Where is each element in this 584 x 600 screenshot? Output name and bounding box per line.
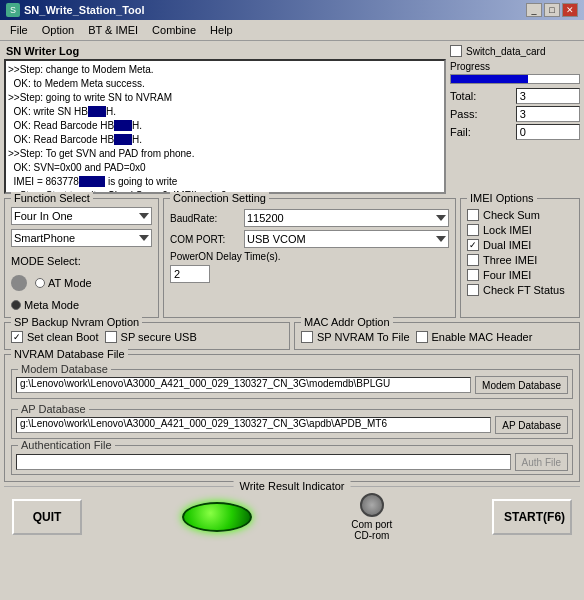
- log-line: >>Step: To get SVN and PAD from phone.: [8, 147, 442, 161]
- smartphone-dropdown[interactable]: SmartPhone: [11, 229, 152, 247]
- power-value-row: 2: [170, 265, 449, 283]
- minimize-button[interactable]: _: [526, 3, 542, 17]
- log-line: OK: SVN=0x00 and PAD=0x0: [8, 161, 442, 175]
- log-box[interactable]: >>Step: change to Modem Meta. OK: to Med…: [4, 59, 446, 194]
- start-button[interactable]: START(F6): [492, 499, 572, 535]
- connection-setting-title: Connection Setting: [170, 192, 269, 204]
- dropdown-arrow-icon: [436, 215, 446, 221]
- check-sum-row: Check Sum: [467, 209, 573, 221]
- total-value: 3: [516, 88, 580, 104]
- write-result-title: Write Result Indicator: [234, 480, 351, 492]
- dual-imei-checkbox[interactable]: [467, 239, 479, 251]
- row-panels-top: Function Select Four In One SmartPhone M…: [4, 198, 580, 318]
- lock-imei-checkbox[interactable]: [467, 224, 479, 236]
- modem-db-label: Modem Database: [18, 363, 111, 375]
- modem-db-path: g:\Lenovo\work\Lenovo\A3000_A421_000_029…: [16, 377, 471, 393]
- log-line: OK: to Medem Meta success.: [8, 77, 442, 91]
- dropdown-arrow-icon: [139, 235, 149, 241]
- ap-db-path: g:\Lenovo\work\Lenovo\A3000_A421_000_029…: [16, 417, 491, 433]
- log-line: IMEI = 863778 is going to write: [8, 175, 442, 189]
- maximize-button[interactable]: □: [544, 3, 560, 17]
- quit-button[interactable]: QUIT: [12, 499, 82, 535]
- stats-panel: Switch_data_card Progress Total: 3 Pass:…: [450, 45, 580, 194]
- sp-secure-usb-checkbox[interactable]: [105, 331, 117, 343]
- log-line: >>Step: change to Modem Meta.: [8, 63, 442, 77]
- four-in-one-dropdown[interactable]: Four In One: [11, 207, 152, 225]
- com-cd-column: Com port CD-rom: [351, 493, 392, 541]
- four-imei-checkbox[interactable]: [467, 269, 479, 281]
- log-line: OK: Read Barcode HB H.: [8, 133, 442, 147]
- modem-db-button[interactable]: Modem Database: [475, 376, 568, 394]
- sp-secure-usb-row: SP secure USB: [105, 331, 197, 343]
- write-result-indicator: [182, 502, 252, 532]
- menu-file[interactable]: File: [4, 22, 34, 38]
- ap-db-label: AP Database: [18, 403, 89, 415]
- check-ft-checkbox[interactable]: [467, 284, 479, 296]
- sp-nvram-row: SP NVRAM To File: [301, 331, 410, 343]
- menu-option[interactable]: Option: [36, 22, 80, 38]
- baud-dropdown[interactable]: 115200: [244, 209, 449, 227]
- at-mode-radio[interactable]: AT Mode: [35, 277, 92, 289]
- dual-imei-row: Dual IMEI: [467, 239, 573, 251]
- mode-icon: [11, 275, 27, 291]
- power-spinbox[interactable]: 2: [170, 265, 210, 283]
- switch-row: Switch_data_card: [450, 45, 580, 57]
- com-port-icon: [360, 493, 384, 517]
- log-line: OK: Read Barcode HB H.: [8, 119, 442, 133]
- connection-inner: BaudRate: 115200 COM PORT: USB VCOM Powe…: [170, 209, 449, 283]
- app-icon: S: [6, 3, 20, 17]
- window-title: SN_Write_Station_Tool: [24, 4, 145, 16]
- log-panel: SN Writer Log >>Step: change to Modem Me…: [4, 45, 446, 194]
- meta-mode-radio[interactable]: Meta Mode: [11, 299, 79, 311]
- log-line: OK: write SN HB H.: [8, 105, 442, 119]
- fail-label: Fail:: [450, 126, 512, 138]
- enable-mac-checkbox[interactable]: [416, 331, 428, 343]
- sp-mac-row: SP Backup Nvram Option Set clean Boot SP…: [4, 322, 580, 350]
- bottom-sections: Function Select Four In One SmartPhone M…: [0, 198, 584, 547]
- baud-label: BaudRate:: [170, 213, 240, 224]
- mode-row: MODE Select:: [11, 255, 152, 267]
- check-sum-checkbox[interactable]: [467, 209, 479, 221]
- three-imei-checkbox[interactable]: [467, 254, 479, 266]
- nvram-section: NVRAM Database File Modem Database g:\Le…: [4, 354, 580, 482]
- radio-circle-at: [35, 278, 45, 288]
- ap-db-button[interactable]: AP Database: [495, 416, 568, 434]
- title-bar: S SN_Write_Station_Tool _ □ ✕: [0, 0, 584, 20]
- set-clean-boot-row: Set clean Boot: [11, 331, 99, 343]
- auth-row: Auth File: [16, 453, 568, 471]
- mode-options: AT Mode: [11, 275, 152, 291]
- menu-combine[interactable]: Combine: [146, 22, 202, 38]
- main-content: SN Writer Log >>Step: change to Modem Me…: [0, 41, 584, 198]
- power-on-row: PowerON Delay Time(s).: [170, 251, 449, 262]
- three-imei-row: Three IMEI: [467, 254, 573, 266]
- com-dropdown[interactable]: USB VCOM: [244, 230, 449, 248]
- stats-grid: Total: 3 Pass: 3 Fail: 0: [450, 88, 580, 140]
- radio-circle-meta: [11, 300, 21, 310]
- close-button[interactable]: ✕: [562, 3, 578, 17]
- menu-bar: File Option BT & IMEI Combine Help: [0, 20, 584, 41]
- sp-nvram-checkbox[interactable]: [301, 331, 313, 343]
- total-label: Total:: [450, 90, 512, 102]
- set-clean-boot-checkbox[interactable]: [11, 331, 23, 343]
- com-port-label: Com port CD-rom: [351, 519, 392, 541]
- mac-addr-title: MAC Addr Option: [301, 316, 393, 328]
- pass-label: Pass:: [450, 108, 512, 120]
- imei-inner: Check Sum Lock IMEI Dual IMEI Three IMEI…: [467, 209, 573, 296]
- menu-bt-imei[interactable]: BT & IMEI: [82, 22, 144, 38]
- sp-backup-group: SP Backup Nvram Option Set clean Boot SP…: [4, 322, 290, 350]
- com-port-row: COM PORT: USB VCOM: [170, 230, 449, 248]
- progress-bar-fill: [451, 75, 528, 83]
- auth-file-section: Authentication File Auth File: [11, 445, 573, 475]
- auth-file-input[interactable]: [16, 454, 511, 470]
- enable-mac-row: Enable MAC Header: [416, 331, 533, 343]
- baud-rate-row: BaudRate: 115200: [170, 209, 449, 227]
- menu-help[interactable]: Help: [204, 22, 239, 38]
- switch-data-card-checkbox[interactable]: [450, 45, 462, 57]
- auth-file-button[interactable]: Auth File: [515, 453, 568, 471]
- ap-db-row: AP Database g:\Lenovo\work\Lenovo\A3000_…: [11, 409, 573, 439]
- sp-backup-inner: Set clean Boot SP secure USB: [11, 331, 283, 343]
- dropdown-arrow-icon: [436, 236, 446, 242]
- mac-addr-group: MAC Addr Option SP NVRAM To File Enable …: [294, 322, 580, 350]
- switch-data-card-label: Switch_data_card: [466, 46, 546, 57]
- function-select-title: Function Select: [11, 192, 93, 204]
